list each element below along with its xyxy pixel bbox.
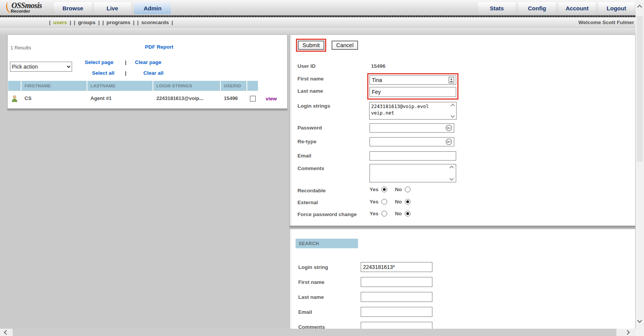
email-label: Email [297,153,311,159]
clear-page-link[interactable]: Clear page [135,59,161,65]
recordable-label: Recordable [297,188,326,193]
search-first-name-input[interactable] [361,277,432,287]
pipe: | [74,20,76,25]
scrollbar-up-icon[interactable] [637,5,642,10]
select-all-link[interactable]: Select all [92,70,115,76]
search-login-string-input[interactable] [361,262,432,272]
recordable-yes-radio[interactable] [381,187,387,192]
subnav-item-groups[interactable]: groups [78,20,95,25]
comments-textarea[interactable] [370,164,456,182]
first-name-label: First name [297,76,324,82]
first-name-input[interactable] [370,75,456,85]
external-yes-radio[interactable] [381,199,387,205]
search-section-header: SEARCH [296,239,358,248]
sub-nav-bar: | users | | groups | | programs | | scor… [0,17,636,28]
cancel-button[interactable]: Cancel [332,41,358,50]
tab-account[interactable]: Account [559,2,596,14]
pipe: | [133,20,135,25]
logo-subtitle: Recorder [11,9,30,13]
user-id-value: 15496 [371,63,386,69]
scrollbar-down-icon[interactable] [637,318,642,323]
cell-userid: 15496 [221,94,246,103]
user-id-label: User ID [297,63,315,69]
tab-logout[interactable]: Logout [598,2,634,14]
tab-browse[interactable]: Browse [54,2,92,14]
col-header-userid: USERID [221,81,246,91]
row-checkbox[interactable] [250,96,256,102]
force-no-label: No [395,211,402,216]
subnav-item-programs[interactable]: programs [107,20,130,25]
link-separator: | [125,59,127,65]
submit-annotation-box: Submit [296,39,326,52]
subnav-item-users[interactable]: users [53,20,67,25]
col-header-extra [247,81,258,91]
submit-button[interactable]: Submit [298,41,324,50]
pipe: | [172,20,173,25]
person-icon [11,95,18,102]
pipe: | [102,20,104,25]
cell-firstname: CS [21,94,87,103]
col-header-icon [8,81,21,91]
search-first-name-label: First name [298,279,324,285]
login-strings-textarea[interactable]: 2243181613@voip.evol veip.net [369,102,457,120]
results-panel: 1 Results PDF Report Pick action Select … [7,34,288,110]
pipe: | [49,20,51,25]
force-yes-label: Yes [370,211,378,216]
retype-label: Re-type [297,139,317,144]
force-password-change-radio-group: Yes No [370,211,415,216]
horizontal-scrollbar[interactable] [0,329,636,336]
cell-lastname: Agent #1 [87,94,153,103]
search-comments-input[interactable] [361,322,432,329]
app-screen: OSSmosis Recorder Browse Live Admin Stat… [0,0,644,336]
external-yes-label: Yes [370,199,378,205]
col-header-login-strings: LOGIN STRINGS [153,81,220,91]
recordable-no-label: No [395,187,402,192]
pipe: | [137,20,139,25]
search-last-name-input[interactable] [361,292,432,302]
vertical-scrollbar-thumb[interactable] [637,16,643,162]
scrollbar-left-icon[interactable] [4,330,9,335]
retype-input[interactable] [370,137,454,146]
view-link[interactable]: view [266,96,277,102]
scrollbar-right-icon[interactable] [625,330,630,335]
pipe: | [70,20,71,25]
tab-stats[interactable]: Stats [478,2,516,14]
tab-config[interactable]: Config [518,2,556,14]
force-no-radio[interactable] [405,211,411,216]
search-last-name-label: Last name [298,294,324,300]
search-email-input[interactable] [361,307,432,317]
external-radio-group: Yes No [370,199,415,205]
last-name-input[interactable] [370,87,456,97]
select-page-link[interactable]: Select page [85,59,113,65]
users-table: FIRSTNAME LASTNAME LOGIN STRINGS USERID … [8,81,277,103]
welcome-text: Welcome Scott Fulmer [578,17,634,27]
external-no-radio[interactable] [405,199,411,205]
subnav-item-scorecards[interactable]: scorecards [141,20,169,25]
clear-all-link[interactable]: Clear all [143,70,164,76]
external-label: External [297,200,318,205]
pdf-report-link[interactable]: PDF Report [145,44,173,50]
password-label: Password [297,125,322,131]
user-avatar [8,94,21,103]
search-login-string-label: Login string [298,264,328,270]
search-email-label: Email [298,309,312,315]
vertical-scrollbar[interactable] [636,0,644,329]
login-strings-label: Login strings [297,103,330,109]
search-panel: SEARCH Login string First name Last name… [289,229,636,329]
email-input[interactable] [370,151,456,161]
pick-action-select[interactable]: Pick action [10,62,72,72]
search-comments-label: Comments [298,324,325,329]
force-yes-radio[interactable] [381,211,387,216]
external-no-label: No [395,199,402,205]
user-edit-panel: Submit Cancel User ID 15496 First name L… [289,34,636,227]
recordable-radio-group: Yes No [370,187,415,192]
horizontal-scrollbar-thumb[interactable] [13,329,616,336]
col-header-lastname: LASTNAME [87,81,153,91]
cell-login-strings: 2243181613@voip... [153,94,220,103]
cell-checkbox [247,94,258,103]
password-input[interactable] [370,123,454,133]
tab-live[interactable]: Live [94,2,131,14]
tab-admin[interactable]: Admin [134,2,171,14]
recordable-no-radio[interactable] [405,187,411,192]
subnav-items: | users | | groups | | programs | | scor… [49,17,173,27]
